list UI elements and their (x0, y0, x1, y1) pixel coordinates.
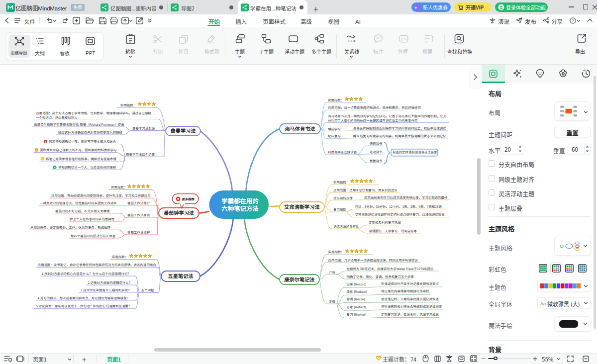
svg-text:实用指数：: 实用指数： (333, 180, 349, 184)
svg-text:复习 (Review): 复习 (Review) (347, 312, 367, 317)
svg-text:番茄钟学习法: 番茄钟学习法 (163, 209, 194, 216)
svg-text:遮住笔记栏，只用线索栏提示回忆并叙述: 遮住笔记栏，只用线索栏提示回忆并叙述 (381, 297, 439, 301)
svg-text:复习周期: 复习周期 (333, 207, 346, 212)
svg-text:1.预判对方要讲的核心内容是什么？为什么这个内容值得讨论？: 1.预判对方要讲的核心内容是什么？为什么这个内容值得讨论？ (42, 272, 131, 276)
svg-text:起床复习: 起床复习 (328, 134, 341, 138)
svg-text:假装将知识教给小孩，简单写下基本概念和关系: 假装将知识教给小孩，简单写下基本概念和关系 (49, 139, 116, 144)
svg-text:六种笔记方法: 六种笔记方法 (221, 204, 258, 213)
svg-text:每四个番茄时间段进行较长休息: 每四个番茄时间段进行较长休息 (71, 234, 116, 238)
svg-text:回顾并发现自己理解上的不足，回到原始材料重新学习: 回顾并发现自己理解上的不足，回到原始材料重新学习 (40, 148, 117, 152)
svg-text:醒来后复习昨晚学习的内容，利用早晨大脑清醒的状态来巩固记忆: 醒来后复习昨晚学习的内容，利用早晨大脑清醒的状态来巩固记忆 (353, 134, 446, 138)
svg-text:费曼学习法: 费曼学习法 (171, 127, 196, 134)
svg-text:实用指数：: 实用指数： (120, 103, 136, 107)
svg-text:重复背书: 重复背书 (370, 159, 383, 163)
svg-text:利用海马体活跃状态: 利用海马体活跃状态 (328, 150, 357, 155)
svg-text:番茄工作法简介: 番茄工作法简介 (127, 201, 150, 205)
svg-text:?: ? (572, 18, 574, 23)
svg-text:将听课感想和心得体会等编制成笔记或纲要: 将听课感想和心得体会等编制成笔记或纲要 (381, 304, 442, 309)
svg-text:适用范围：适用于记忆和复习、用来对抗遗忘: 适用范围：适用于记忆和复习、用来对抗遗忘 (333, 188, 398, 192)
svg-text:适用范围：背一切需要掌握的知识点，简单粗暴用，而且还很好用: 适用范围：背一切需要掌握的知识点，简单粗暴用，而且还很好用 (328, 105, 421, 110)
svg-text:思考 (Reflect): 思考 (Reflect) (347, 305, 366, 309)
svg-text:遗忘曲线表明学习后遗忘速度先快后慢，学习初期遗忘最快: 遗忘曲线表明学习后遗忘速度先快后慢，学习初期遗忘最快 (364, 195, 448, 200)
svg-text:定期复习笔记，看线索栏，巩固学习成果: 定期复习笔记，看线索栏，巩固学习成果 (381, 312, 439, 317)
svg-text:更多推荐: 更多推荐 (182, 197, 195, 201)
svg-text:艾宾浩斯记忆法强调在特定的时间点进行复习，以增强记忆效果: 艾宾浩斯记忆法强调在特定的时间点进行复习，以增强记忆效果 (355, 212, 445, 217)
svg-text:包括：5分钟、30分钟、12小时、1天、2天、4天、7天和1: 包括：5分钟、30分钟、12小时、1天、2天、4天、7天和15天 (355, 204, 442, 209)
svg-text:听课或阅读时尽量多地记录关键信息要点: 听课或阅读时尽量多地记录关键信息要点 (381, 281, 439, 286)
svg-text:遗忘曲线规律: 遗忘曲线规律 (333, 196, 353, 200)
svg-text:番茄工作法原则: 番茄工作法原则 (127, 213, 150, 217)
svg-text:4: 4 (54, 166, 55, 170)
svg-text:简化 (Reduce): 简化 (Reduce) (347, 289, 367, 294)
svg-text:由诺贝尔物理学奖获得者理查德·费曼（Richard Feyn: 由诺贝尔物理学奖获得者理查德·费曼（Richard Feynman）提出 (34, 122, 124, 127)
svg-text:适用范围：读书笔记、会议记录等任何你想要研究对方的表达逻辑、: 适用范围：读书笔记、会议记录等任何你想要研究对方的表达逻辑、表达内容的场合 (38, 263, 157, 267)
svg-text:实用指数：: 实用指数： (328, 98, 344, 102)
svg-text:快速背书: 快速背书 (370, 141, 383, 146)
svg-text:海马体在睡眠期间会对睡前学习的内容进行加工，有助于加深记忆: 海马体在睡眠期间会对睡前学习的内容进行加工，有助于加深记忆 (353, 126, 446, 131)
svg-text:实用指数：: 实用指数： (111, 185, 127, 189)
svg-text:将记录的内容简要地概括在线索栏: 将记录的内容简要地概括在线索栏 (381, 289, 429, 293)
svg-text:一种高效时间管理方法，设定番茄时间来提高工作效率: 一种高效时间管理方法，设定番茄时间来提高工作效率 (40, 201, 117, 205)
svg-text:费曼学习法起源: 费曼学习法起源 (132, 126, 155, 131)
svg-text:也被称为 5R笔记法，由康奈尔大学Walter Pauk于1: 也被称为 5R笔记法，由康奈尔大学Walter Pauk于1974年提出 (347, 267, 434, 271)
svg-text:步骤: 步骤 (329, 299, 335, 304)
svg-text:将笔记用简单语言组织成故事，确保没有使用术语: 将笔记用简单语言组织成故事，确保没有使用术语 (46, 157, 116, 161)
svg-text:从规划任务，设定番茄钟、工作、休息到复盘，形成循环: 从规划任务，设定番茄钟、工作、休息到复盘，形成循环 (30, 225, 111, 230)
svg-text:康奈尔笔记法: 康奈尔笔记法 (284, 275, 314, 283)
svg-text:实用指数：: 实用指数： (112, 255, 128, 259)
svg-text:适用范围：帮助你提高时间使用效率，提升专注度，学习和工作都适: 适用范围：帮助你提高时间使用效率，提升专注度，学习和工作都适用 (51, 193, 151, 198)
svg-text:创造特定环境刺激海马体活跃度: 创造特定环境刺激海马体活跃度 (393, 150, 437, 155)
svg-text:走动背书: 走动背书 (370, 150, 383, 154)
svg-text:海马体背书法: 海马体背书法 (285, 125, 315, 132)
svg-text:记忆方法的多样性: 记忆方法的多样性 (333, 224, 359, 229)
svg-text:明确了记录、简化、背诵、思考和复习五个步骤: 明确了记录、简化、背诵、思考和复习五个步骤 (347, 274, 414, 279)
svg-text:1: 1 (45, 140, 46, 144)
svg-text:捍卫个人化作息时间表的重要性: 捍卫个人化作息时间表的重要性 (70, 217, 115, 221)
svg-text:背诵 (Recite): 背诵 (Recite) (347, 297, 365, 301)
svg-text:2.记录对方讲解的逻辑是什么？: 2.记录对方讲解的逻辑是什么？ (88, 280, 132, 285)
svg-text:5.讨论启发：哪些可以变成下一步行动？如何把它们运用到生活里: 5.讨论启发：哪些可以变成下一步行动？如何把它们运用到生活里？ (36, 304, 131, 308)
svg-text:3: 3 (42, 157, 43, 161)
svg-text:海马体背书法是一种高效的学习记忆技巧。它基于海马体在大脑中的: 海马体背书法是一种高效的学习记忆技巧。它基于海马体在大脑中的作用机制，它充 (328, 114, 447, 118)
svg-text:睡前学习: 睡前学习 (328, 127, 341, 131)
svg-text:五个问题: 五个问题 (141, 288, 154, 292)
svg-text:4.对方的做法、想法或者我的启发点，可以提炼为哪些思维模型？: 4.对方的做法、想法或者我的启发点，可以提炼为哪些思维模型？ (38, 296, 130, 300)
svg-text:通过这种方法确保自己对事物有更深入的理解: 通过这种方法确保自己对事物有更深入的理解 (58, 130, 122, 135)
svg-text:背诵回忆、交谈争论、设问自答等: 背诵回忆、交谈争论、设问自答等 (369, 229, 417, 233)
svg-text:将知识教给另一个人，以验证自己的理解: 将知识教给另一个人，以验证自己的理解 (58, 165, 116, 170)
svg-text:2: 2 (36, 148, 37, 152)
svg-text:分利用了大脑中的海马体这一关键区域在记忆加工中的重要作用: 分利用了大脑中的海马体这一关键区域在记忆加工中的重要作用 (328, 118, 417, 123)
svg-text:介绍: 介绍 (329, 270, 335, 274)
svg-text:艾宾浩斯学习法: 艾宾浩斯学习法 (284, 203, 319, 210)
svg-text:定期和及时的复习巩固: 定期和及时的复习巩固 (369, 220, 400, 225)
svg-text:五星笔记法: 五星笔记法 (168, 272, 194, 279)
svg-text:实用指数：: 实用指数： (328, 250, 344, 254)
svg-text:记录 (Record): 记录 (Record) (347, 282, 367, 286)
svg-text:番茄工作法流程: 番茄工作法流程 (127, 230, 150, 235)
svg-text:适用范围：这个方法适用于学术领域，比如数学、物理等理科学科，: 适用范围：这个方法适用于学术领域，比如数学、物理等理科学科，通过自己理解 (36, 111, 151, 115)
svg-text:3.这次讨论中我有什么疑问和启发?: 3.这次讨论中我有什么疑问和启发? (81, 288, 130, 292)
svg-text:番茄时间不可分割，不允许做无关事情: 番茄时间不可分割，不允许做无关事情 (55, 209, 110, 213)
svg-text:适用范围：几乎适用于一切讲授或阅读课，特别适用于听课笔记: 适用范围：几乎适用于一切讲授或阅读课，特别适用于听课笔记 (328, 258, 418, 263)
